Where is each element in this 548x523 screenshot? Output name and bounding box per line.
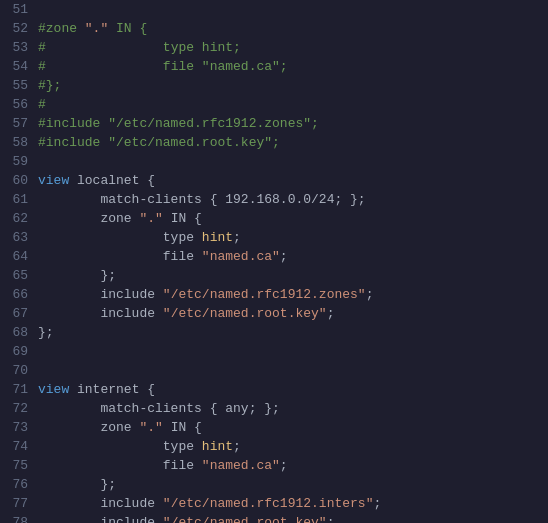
token: "named.ca" bbox=[202, 458, 280, 473]
line-number: 76 bbox=[0, 475, 38, 494]
line-number: 51 bbox=[0, 0, 38, 19]
line-content: include "/etc/named.rfc1912.inters"; bbox=[38, 494, 548, 513]
code-line: 65 }; bbox=[0, 266, 548, 285]
line-number: 55 bbox=[0, 76, 38, 95]
token: ; bbox=[280, 249, 288, 264]
token: view bbox=[38, 382, 69, 397]
token: hint bbox=[202, 230, 233, 245]
token: type bbox=[38, 230, 202, 245]
line-content: match-clients { 192.168.0.0/24; }; bbox=[38, 190, 548, 209]
line-number: 66 bbox=[0, 285, 38, 304]
line-content: #zone "." IN { bbox=[38, 19, 548, 38]
code-line: 59 bbox=[0, 152, 548, 171]
code-line: 54# file "named.ca"; bbox=[0, 57, 548, 76]
code-line: 58#include "/etc/named.root.key"; bbox=[0, 133, 548, 152]
token: "." bbox=[139, 420, 162, 435]
code-line: 51 bbox=[0, 0, 548, 19]
line-number: 53 bbox=[0, 38, 38, 57]
code-line: 53# type hint; bbox=[0, 38, 548, 57]
token: IN { bbox=[163, 420, 202, 435]
code-line: 77 include "/etc/named.rfc1912.inters"; bbox=[0, 494, 548, 513]
code-line: 66 include "/etc/named.rfc1912.zones"; bbox=[0, 285, 548, 304]
code-line: 76 }; bbox=[0, 475, 548, 494]
code-line: 75 file "named.ca"; bbox=[0, 456, 548, 475]
token: ; bbox=[233, 439, 241, 454]
line-content: include "/etc/named.rfc1912.zones"; bbox=[38, 285, 548, 304]
code-line: 71view internet { bbox=[0, 380, 548, 399]
line-content: include "/etc/named.root.key"; bbox=[38, 513, 548, 523]
line-content: # type hint; bbox=[38, 38, 548, 57]
line-number: 54 bbox=[0, 57, 38, 76]
token: # bbox=[38, 97, 46, 112]
code-line: 69 bbox=[0, 342, 548, 361]
line-content: zone "." IN { bbox=[38, 209, 548, 228]
token: include bbox=[38, 515, 163, 523]
line-content: #include "/etc/named.root.key"; bbox=[38, 133, 548, 152]
line-number: 70 bbox=[0, 361, 38, 380]
line-number: 59 bbox=[0, 152, 38, 171]
code-line: 74 type hint; bbox=[0, 437, 548, 456]
token: IN { bbox=[163, 211, 202, 226]
line-content: }; bbox=[38, 266, 548, 285]
line-number: 71 bbox=[0, 380, 38, 399]
line-number: 68 bbox=[0, 323, 38, 342]
line-number: 72 bbox=[0, 399, 38, 418]
token: "." bbox=[139, 211, 162, 226]
token: include bbox=[38, 306, 163, 321]
line-number: 52 bbox=[0, 19, 38, 38]
code-line: 78 include "/etc/named.root.key"; bbox=[0, 513, 548, 523]
token: "." bbox=[85, 21, 116, 36]
token: zone bbox=[38, 211, 139, 226]
line-content: type hint; bbox=[38, 437, 548, 456]
line-number: 57 bbox=[0, 114, 38, 133]
line-content: # file "named.ca"; bbox=[38, 57, 548, 76]
code-line: 68}; bbox=[0, 323, 548, 342]
token: localnet { bbox=[69, 173, 155, 188]
code-line: 61 match-clients { 192.168.0.0/24; }; bbox=[0, 190, 548, 209]
line-content: type hint; bbox=[38, 228, 548, 247]
token: type bbox=[38, 439, 202, 454]
line-content: }; bbox=[38, 323, 548, 342]
line-content: #}; bbox=[38, 76, 548, 95]
token: "/etc/named.rfc1912.inters" bbox=[163, 496, 374, 511]
token: IN { bbox=[116, 21, 147, 36]
token: match-clients { 192.168.0.0/24; }; bbox=[38, 192, 366, 207]
line-number: 62 bbox=[0, 209, 38, 228]
token: ; bbox=[233, 230, 241, 245]
token: "/etc/named.root.key" bbox=[163, 306, 327, 321]
token: #}; bbox=[38, 78, 61, 93]
token: internet { bbox=[69, 382, 155, 397]
line-content: # bbox=[38, 95, 548, 114]
token: }; bbox=[38, 325, 54, 340]
token: include bbox=[38, 496, 163, 511]
line-number: 78 bbox=[0, 513, 38, 523]
line-number: 63 bbox=[0, 228, 38, 247]
token: "named.ca" bbox=[202, 249, 280, 264]
token: file bbox=[38, 458, 202, 473]
token: ; bbox=[327, 306, 335, 321]
line-number: 69 bbox=[0, 342, 38, 361]
line-number: 64 bbox=[0, 247, 38, 266]
code-editor: 5152#zone "." IN {53# type hint;54# file… bbox=[0, 0, 548, 523]
code-line: 52#zone "." IN { bbox=[0, 19, 548, 38]
token: ; bbox=[366, 287, 374, 302]
line-content: zone "." IN { bbox=[38, 418, 548, 437]
line-number: 65 bbox=[0, 266, 38, 285]
token: ; bbox=[327, 515, 335, 523]
line-number: 61 bbox=[0, 190, 38, 209]
code-line: 60view localnet { bbox=[0, 171, 548, 190]
line-content: match-clients { any; }; bbox=[38, 399, 548, 418]
token: "/etc/named.root.key" bbox=[163, 515, 327, 523]
line-number: 56 bbox=[0, 95, 38, 114]
line-number: 67 bbox=[0, 304, 38, 323]
token: hint bbox=[202, 439, 233, 454]
line-number: 60 bbox=[0, 171, 38, 190]
code-line: 62 zone "." IN { bbox=[0, 209, 548, 228]
code-line: 57#include "/etc/named.rfc1912.zones"; bbox=[0, 114, 548, 133]
line-number: 58 bbox=[0, 133, 38, 152]
code-line: 72 match-clients { any; }; bbox=[0, 399, 548, 418]
line-number: 75 bbox=[0, 456, 38, 475]
token: "/etc/named.rfc1912.zones" bbox=[163, 287, 366, 302]
line-number: 73 bbox=[0, 418, 38, 437]
token: ; bbox=[373, 496, 381, 511]
